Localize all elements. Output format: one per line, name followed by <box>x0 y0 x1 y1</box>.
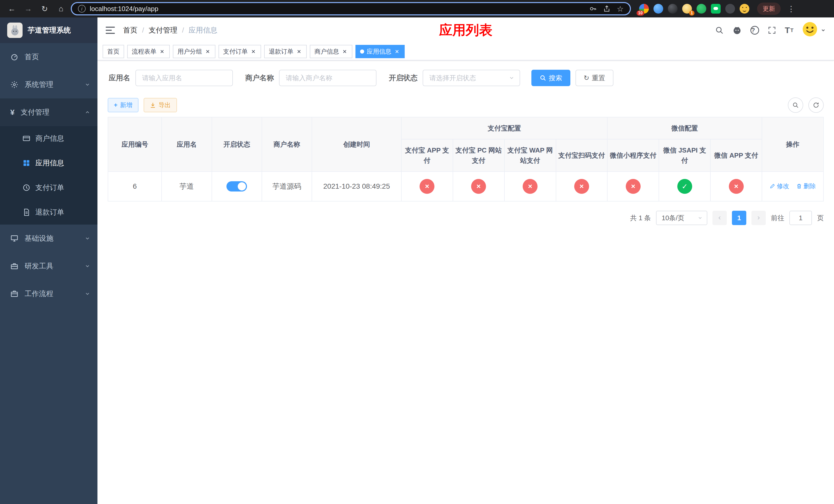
tab-app-info[interactable]: 应用信息 <box>355 45 405 58</box>
sidebar-item-app-info[interactable]: 应用信息 <box>0 151 97 175</box>
sidebar-item-refund-orders[interactable]: 退款订单 <box>0 200 97 225</box>
add-button[interactable]: 新增 <box>108 98 138 112</box>
reset-button[interactable]: 重置 <box>575 70 613 86</box>
jump-page-input[interactable] <box>789 211 812 225</box>
page-size-select[interactable]: 10条/页 <box>656 211 707 225</box>
sidebar-item-payment[interactable]: 支付管理 <box>0 98 97 126</box>
breadcrumb-separator: / <box>142 26 144 35</box>
grid-icon <box>23 159 30 167</box>
col-wx-jsapi: 微信 JSAPI 支付 <box>659 139 710 171</box>
user-menu[interactable] <box>802 22 826 39</box>
prev-page-button[interactable] <box>712 211 727 225</box>
filter-form: 应用名 商户名称 开启状态 请选择开启状态 搜索 重置 <box>108 70 824 86</box>
browser-forward-icon[interactable] <box>22 2 35 15</box>
extension-icon[interactable] <box>725 4 735 14</box>
bookmark-star-icon[interactable] <box>617 4 624 13</box>
sidebar: 芋道管理系统 首页 系统管理 支付管理 <box>0 18 97 504</box>
sidebar-item-merchant-info[interactable]: 商户信息 <box>0 126 97 151</box>
browser-back-icon[interactable] <box>5 2 19 15</box>
app-logo[interactable]: 芋道管理系统 <box>0 18 97 43</box>
extension-icon[interactable] <box>697 4 706 14</box>
page-title: 应用列表 <box>439 21 492 39</box>
breadcrumb: 首页 / 支付管理 / 应用信息 <box>123 25 218 35</box>
search-icon <box>540 75 546 81</box>
yen-icon <box>10 108 15 117</box>
hamburger-icon[interactable] <box>106 25 116 36</box>
pagination: 共 1 条 10条/页 1 前往 页 <box>108 211 824 225</box>
col-status: 开启状态 <box>212 117 262 171</box>
font-size-icon[interactable] <box>785 26 793 35</box>
browser-home-icon[interactable] <box>54 2 68 15</box>
tab-home[interactable]: 首页 <box>103 45 124 58</box>
tab-payment-orders[interactable]: 支付订单 <box>219 45 261 58</box>
address-bar[interactable]: localhost:1024/pay/app <box>71 2 631 15</box>
close-icon[interactable] <box>296 48 302 54</box>
chevron-down-icon <box>85 235 90 241</box>
extension-icon[interactable]: 10 <box>639 4 649 14</box>
status-select[interactable]: 请选择开启状态 <box>423 70 520 86</box>
sidebar-item-dev-tools[interactable]: 研发工具 <box>0 252 97 280</box>
fullscreen-icon[interactable] <box>768 26 776 35</box>
sidebar-item-home[interactable]: 首页 <box>0 43 97 71</box>
extension-icon[interactable] <box>668 4 678 14</box>
export-button[interactable]: 导出 <box>144 98 177 112</box>
export-button-label: 导出 <box>158 101 171 109</box>
breadcrumb-home[interactable]: 首页 <box>123 25 137 35</box>
sidebar-item-label: 退款订单 <box>36 207 64 217</box>
tab-refund-orders[interactable]: 退款订单 <box>264 45 307 58</box>
reset-button-label: 重置 <box>592 74 605 83</box>
refresh-table-button[interactable] <box>808 97 824 113</box>
close-icon[interactable] <box>342 48 348 54</box>
close-icon[interactable] <box>250 48 257 54</box>
tab-user-group[interactable]: 用户分组 <box>173 45 215 58</box>
help-icon[interactable] <box>750 26 759 35</box>
merchant-name-input[interactable] <box>279 70 376 86</box>
document-icon <box>23 208 30 216</box>
tab-label: 商户信息 <box>314 47 339 55</box>
sidebar-item-payment-orders[interactable]: 支付订单 <box>0 175 97 200</box>
extension-icon[interactable] <box>711 4 721 14</box>
browser-menu-icon[interactable] <box>785 4 797 13</box>
app-name-input[interactable] <box>135 70 233 86</box>
breadcrumb-current: 应用信息 <box>189 25 218 35</box>
toolbox-icon <box>10 262 19 270</box>
browser-update-button[interactable]: 更新 <box>757 3 781 15</box>
site-info-icon[interactable] <box>78 5 86 13</box>
alipay-wap-status-icon: × <box>523 179 537 194</box>
chevron-down-icon <box>509 75 514 81</box>
search-icon[interactable] <box>715 26 724 35</box>
password-key-icon[interactable] <box>589 5 597 13</box>
close-icon[interactable] <box>394 48 400 54</box>
chevron-down-icon <box>698 215 703 221</box>
extension-icon[interactable]: 1 <box>682 4 692 14</box>
status-label: 开启状态 <box>389 73 418 83</box>
tab-process-form[interactable]: 流程表单 <box>127 45 170 58</box>
toggle-search-button[interactable] <box>788 97 803 113</box>
chevron-left-icon <box>717 215 722 221</box>
close-icon[interactable] <box>205 48 211 54</box>
logo-image <box>7 23 23 38</box>
tab-merchant-info[interactable]: 商户信息 <box>310 45 352 58</box>
url-text[interactable]: localhost:1024/pay/app <box>90 5 585 13</box>
status-toggle[interactable] <box>226 181 247 191</box>
close-icon[interactable] <box>159 48 165 54</box>
cell-app-name: 芋道 <box>161 171 212 201</box>
extension-icon[interactable] <box>654 4 663 14</box>
sidebar-item-system[interactable]: 系统管理 <box>0 71 97 98</box>
github-icon[interactable] <box>732 26 742 35</box>
browser-reload-icon[interactable] <box>38 2 51 15</box>
sidebar-item-label: 基础设施 <box>25 233 53 243</box>
search-button[interactable]: 搜索 <box>531 70 570 86</box>
page-number-button[interactable]: 1 <box>732 211 746 225</box>
delete-link[interactable]: 删除 <box>796 182 816 190</box>
edit-link[interactable]: 修改 <box>770 182 789 190</box>
share-icon[interactable] <box>603 5 611 13</box>
next-page-button[interactable] <box>751 211 766 225</box>
sidebar-item-label: 商户信息 <box>36 134 64 143</box>
sidebar-item-label: 工作流程 <box>25 289 53 299</box>
jump-prefix: 前往 <box>771 213 784 223</box>
sidebar-item-workflow[interactable]: 工作流程 <box>0 280 97 307</box>
breadcrumb-payment[interactable]: 支付管理 <box>149 25 177 35</box>
extension-icon[interactable] <box>740 4 749 14</box>
sidebar-item-infrastructure[interactable]: 基础设施 <box>0 225 97 252</box>
